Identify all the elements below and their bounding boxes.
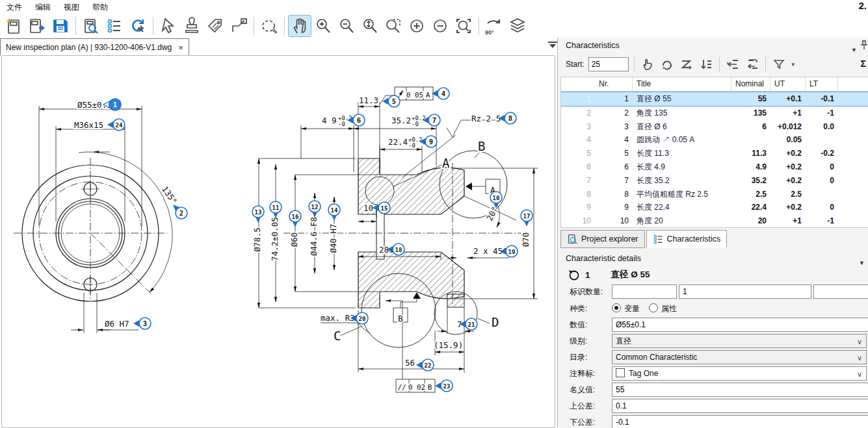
characteristic-balloon[interactable]: 17 bbox=[521, 210, 533, 227]
tag-select[interactable]: Tag One∨ bbox=[612, 366, 867, 381]
pan-tool-icon[interactable] bbox=[289, 16, 311, 36]
select-hand-icon[interactable] bbox=[640, 57, 655, 72]
layers-icon[interactable] bbox=[506, 16, 529, 36]
zoom-in-icon[interactable] bbox=[312, 16, 334, 36]
table-row[interactable]: 11直径 Ø 5555+0.1-0.1 bbox=[561, 92, 868, 107]
zoom-fit-icon[interactable] bbox=[453, 16, 475, 36]
reduce-icon[interactable] bbox=[429, 16, 451, 36]
panel-bottom-tabs: Project explorer Characteristics bbox=[560, 230, 727, 247]
new-inspection-plan-icon[interactable] bbox=[3, 16, 25, 36]
id-count-input-3[interactable] bbox=[813, 284, 868, 299]
value-input[interactable] bbox=[612, 318, 868, 332]
svg-text:21: 21 bbox=[468, 321, 475, 328]
characteristic-balloon[interactable]: 21 bbox=[460, 318, 477, 330]
kind-radio-option[interactable]: 属性 bbox=[649, 304, 677, 313]
characteristic-balloon[interactable]: 16 bbox=[289, 210, 301, 227]
table-row[interactable]: 55长度 11.311.3+0.2-0.2 bbox=[561, 147, 868, 160]
id-count-row: 标识数量: bbox=[558, 284, 868, 299]
find-characteristics-icon[interactable] bbox=[80, 16, 102, 36]
rotate-90-icon[interactable]: 90° bbox=[483, 16, 505, 36]
svg-text:23: 23 bbox=[443, 383, 451, 390]
characteristic-balloon[interactable]: 14 bbox=[328, 204, 340, 221]
upper-tolerance-input[interactable] bbox=[612, 399, 868, 413]
sort-list-icon[interactable] bbox=[698, 57, 714, 72]
menu-item[interactable]: 视图 bbox=[57, 1, 86, 14]
table-row[interactable]: 33直径 Ø 66+0.0120.0 bbox=[561, 120, 868, 134]
table-row[interactable]: 1010角度 2020+1-1 bbox=[561, 214, 868, 228]
open-inspection-plan-icon[interactable] bbox=[26, 16, 48, 36]
table-row[interactable]: 66长度 4.94.9+0.20 bbox=[561, 160, 868, 174]
svg-text:6: 6 bbox=[357, 116, 361, 124]
menu-item[interactable]: 编辑 bbox=[29, 1, 57, 14]
menu-item[interactable]: 文件 bbox=[0, 1, 29, 14]
characteristic-balloon[interactable]: 2 bbox=[173, 205, 187, 219]
catalog-select[interactable]: Common Characteristic∨ bbox=[612, 350, 867, 364]
sigma-icon[interactable]: Σ bbox=[861, 58, 866, 69]
table-row[interactable]: 77长度 35.235.2+0.20 bbox=[561, 174, 868, 188]
zoom-vertical-icon[interactable] bbox=[359, 16, 381, 36]
table-cell: 圆跳动 ↗ 0.05 A bbox=[633, 133, 731, 147]
panel-collapse-icon[interactable]: ▼ bbox=[851, 42, 857, 58]
radio-icon[interactable] bbox=[649, 303, 658, 312]
filter-icon[interactable] bbox=[771, 57, 787, 72]
dimension-label: Rz 2 5 bbox=[471, 114, 501, 123]
tab-project-explorer[interactable]: Project explorer bbox=[560, 230, 645, 248]
tab-list-menu-icon[interactable] bbox=[548, 42, 557, 53]
characteristic-balloon[interactable]: 3 bbox=[133, 318, 151, 329]
dimension-label: 135° bbox=[160, 184, 179, 206]
tag-tool-icon[interactable] bbox=[204, 16, 226, 36]
table-row[interactable]: 44圆跳动 ↗ 0.05 A0.05 bbox=[561, 133, 868, 147]
filter-dropdown-icon[interactable]: ▼ bbox=[791, 62, 796, 68]
id-count-input-1[interactable] bbox=[612, 284, 677, 299]
table-row[interactable]: 88平均值粗糙度 Rz 2.52.52.5 bbox=[561, 188, 868, 201]
repath-icon[interactable] bbox=[679, 57, 694, 72]
characteristic-balloon[interactable]: 8 bbox=[499, 112, 516, 124]
characteristic-balloon[interactable]: 23 bbox=[435, 380, 453, 392]
panel-pin-icon[interactable] bbox=[860, 40, 868, 56]
drawing-canvas[interactable]: Ø55±0.1M36x15135°Ø6 H711.34 9+0.2-035.2+… bbox=[1, 55, 555, 428]
characteristic-balloon[interactable]: 11 bbox=[270, 201, 282, 218]
table-cell: 6 bbox=[731, 120, 770, 134]
callout-tool-icon[interactable] bbox=[228, 16, 250, 36]
lower-tolerance-input[interactable] bbox=[612, 415, 868, 428]
stamp-tool-icon[interactable] bbox=[181, 16, 203, 36]
table-cell: -1 bbox=[806, 214, 838, 228]
details-collapse-icon[interactable]: ▼ bbox=[859, 255, 865, 271]
svg-text:11: 11 bbox=[272, 205, 280, 211]
table-row[interactable]: 99长度 22.422.4+0.20 bbox=[561, 201, 868, 214]
insert-before-icon[interactable] bbox=[725, 57, 741, 72]
characteristic-balloon[interactable]: 13 bbox=[252, 206, 264, 223]
section-view-dimensions bbox=[259, 87, 538, 392]
characteristic-balloon[interactable]: 12 bbox=[309, 201, 321, 218]
characteristic-balloon[interactable]: 4 bbox=[432, 88, 449, 99]
start-input[interactable] bbox=[588, 57, 629, 71]
table-row[interactable]: 22角度 135135+1-1 bbox=[561, 107, 868, 120]
menu-item[interactable]: 帮助 bbox=[86, 1, 114, 14]
selected-characteristic: 1 直径 Ø 55 bbox=[567, 268, 650, 282]
radio-icon[interactable] bbox=[612, 303, 621, 312]
tag-checkbox[interactable] bbox=[616, 368, 625, 377]
nominal-input[interactable] bbox=[612, 383, 868, 397]
update-tools-icon[interactable] bbox=[127, 16, 149, 36]
enlarge-icon[interactable] bbox=[406, 16, 428, 36]
renumber-icon[interactable] bbox=[659, 57, 675, 72]
zoom-out-icon[interactable] bbox=[335, 16, 358, 36]
id-count-input-2[interactable] bbox=[679, 284, 811, 299]
zoom-window-icon[interactable] bbox=[382, 16, 404, 36]
insert-after-icon[interactable] bbox=[744, 57, 760, 72]
tab-characteristics[interactable]: Characteristics bbox=[646, 230, 728, 248]
save-icon[interactable] bbox=[49, 16, 72, 36]
document-tab[interactable]: New inspection plan (A) | 930-1200-406-V… bbox=[0, 38, 189, 56]
freehand-region-tool-icon[interactable] bbox=[258, 16, 280, 36]
characteristic-balloon[interactable]: 5 bbox=[382, 95, 400, 107]
table-cell: +0.012 bbox=[770, 120, 806, 134]
characteristics-toolbar: Start: ▼ bbox=[558, 55, 796, 74]
kind-radio-option[interactable]: 变量 bbox=[612, 304, 640, 313]
select-tool-icon[interactable] bbox=[157, 16, 179, 36]
characteristic-balloon[interactable]: 24 bbox=[107, 119, 125, 131]
level-select[interactable]: 直径∨ bbox=[612, 334, 867, 348]
tab-close-icon[interactable]: × bbox=[178, 43, 183, 53]
svg-text:3: 3 bbox=[143, 320, 147, 327]
svg-text:7: 7 bbox=[432, 116, 436, 124]
characteristics-list-icon[interactable] bbox=[103, 16, 125, 36]
